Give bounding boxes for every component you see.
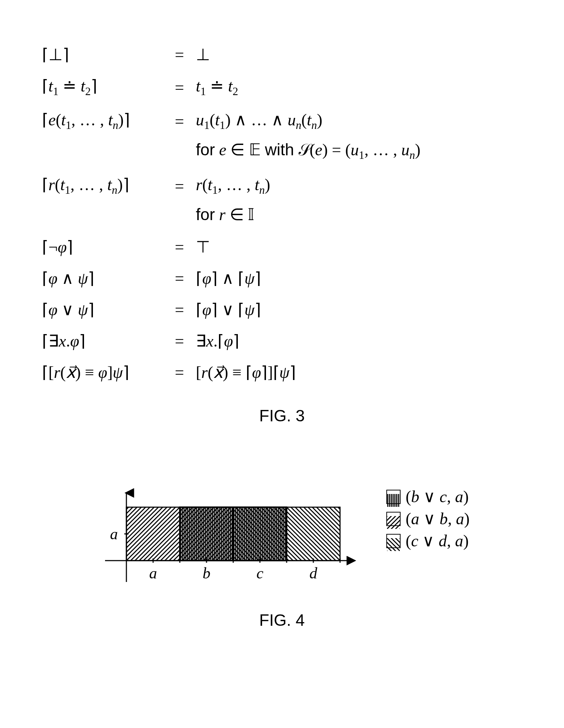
eq-rhs: u1(t1) ∧ … ∧ un(tn) <box>193 104 423 138</box>
eq-sign: = <box>166 169 193 203</box>
svg-rect-15 <box>387 516 400 529</box>
fig3-caption: FIG. 3 <box>39 406 525 425</box>
eq-lhs: ⌈t1 ≐ t2⌉ <box>39 71 166 104</box>
eq-side-text: for r ∈ 𝕀 <box>193 203 423 232</box>
eq-sign: = <box>166 71 193 104</box>
svg-rect-16 <box>387 538 400 551</box>
eq-lhs: ⌈e(t1, … , tn)⌉ <box>39 104 166 138</box>
x-tick-d: d <box>309 565 318 582</box>
eq-lhs: ⌈⊥⌉ <box>39 39 166 71</box>
legend-row: (c ∨ d, a) <box>386 530 470 552</box>
eq-row: ⌈[r(x⃗) ≡ φ]ψ⌉ = [r(x⃗) ≡ ⌈φ⌉]⌈ψ⌉ <box>39 357 423 388</box>
legend-label: (c ∨ d, a) <box>406 530 469 552</box>
eq-rhs: [r(x⃗) ≡ ⌈φ⌉]⌈ψ⌉ <box>193 357 423 388</box>
fig4-chart: a b c d a <box>94 486 365 593</box>
swatch-vert-icon <box>386 490 401 504</box>
eq-sign: = <box>166 326 193 357</box>
eq-sign: = <box>166 263 193 294</box>
x-tick-c: c <box>256 565 263 582</box>
eq-lhs: ⌈φ ∧ ψ⌉ <box>39 263 166 294</box>
eq-sign: = <box>166 39 193 71</box>
eq-rhs: ⊥ <box>193 39 423 71</box>
fig3-equations: ⌈⊥⌉ = ⊥ ⌈t1 ≐ t2⌉ = t1 ≐ t2 ⌈e(t1, … , t… <box>39 39 423 388</box>
eq-sign: = <box>166 104 193 138</box>
eq-row: ⌈∃x.φ⌉ = ∃x.⌈φ⌉ <box>39 326 423 357</box>
fig4-caption: FIG. 4 <box>39 610 525 630</box>
eq-row: ⌈t1 ≐ t2⌉ = t1 ≐ t2 <box>39 71 423 104</box>
eq-lhs: ⌈∃x.φ⌉ <box>39 326 166 357</box>
legend-label: (a ∨ b, a) <box>406 508 470 530</box>
eq-side-condition: for r ∈ 𝕀 <box>39 203 423 232</box>
eq-rhs: t1 ≐ t2 <box>193 71 423 104</box>
eq-row: ⌈¬φ⌉ = ⊤ <box>39 232 423 263</box>
eq-rhs: ∃x.⌈φ⌉ <box>193 326 423 357</box>
eq-sign: = <box>166 357 193 388</box>
svg-rect-2 <box>180 507 287 561</box>
eq-lhs: ⌈¬φ⌉ <box>39 232 166 263</box>
eq-rhs: r(t1, … , tn) <box>193 169 423 203</box>
x-tick-b: b <box>203 565 210 582</box>
eq-rhs: ⌈φ⌉ ∨ ⌈ψ⌉ <box>193 294 423 326</box>
swatch-nwse-icon <box>386 512 401 526</box>
eq-row: ⌈⊥⌉ = ⊥ <box>39 39 423 71</box>
svg-rect-14 <box>387 494 400 507</box>
swatch-nesw-icon <box>386 534 401 548</box>
eq-row: ⌈r(t1, … , tn)⌉ = r(t1, … , tn) <box>39 169 423 203</box>
eq-lhs: ⌈r(t1, … , tn)⌉ <box>39 169 166 203</box>
eq-sign: = <box>166 294 193 326</box>
eq-rhs: ⌈φ⌉ ∧ ⌈ψ⌉ <box>193 263 423 294</box>
eq-side-text: for e ∈ 𝔼 with 𝒮(e) = (u1, … , un) <box>193 139 423 169</box>
y-tick-a: a <box>110 525 118 543</box>
eq-sign: = <box>166 232 193 263</box>
legend-label: (b ∨ c, a) <box>406 486 469 508</box>
eq-rhs: ⊤ <box>193 232 423 263</box>
fig4-legend: (b ∨ c, a) (a ∨ b, a) (c ∨ d, a) <box>386 486 470 552</box>
eq-row: ⌈e(t1, … , tn)⌉ = u1(t1) ∧ … ∧ un(tn) <box>39 104 423 138</box>
fig4: a b c d a (b ∨ c, a) <box>39 486 525 593</box>
eq-lhs: ⌈[r(x⃗) ≡ φ]ψ⌉ <box>39 357 166 388</box>
legend-row: (a ∨ b, a) <box>386 508 470 530</box>
legend-row: (b ∨ c, a) <box>386 486 470 508</box>
x-tick-a: a <box>149 565 157 582</box>
eq-row: ⌈φ ∧ ψ⌉ = ⌈φ⌉ ∧ ⌈ψ⌉ <box>39 263 423 294</box>
eq-row: ⌈φ ∨ ψ⌉ = ⌈φ⌉ ∨ ⌈ψ⌉ <box>39 294 423 326</box>
eq-side-condition: for e ∈ 𝔼 with 𝒮(e) = (u1, … , un) <box>39 139 423 169</box>
eq-lhs: ⌈φ ∨ ψ⌉ <box>39 294 166 326</box>
